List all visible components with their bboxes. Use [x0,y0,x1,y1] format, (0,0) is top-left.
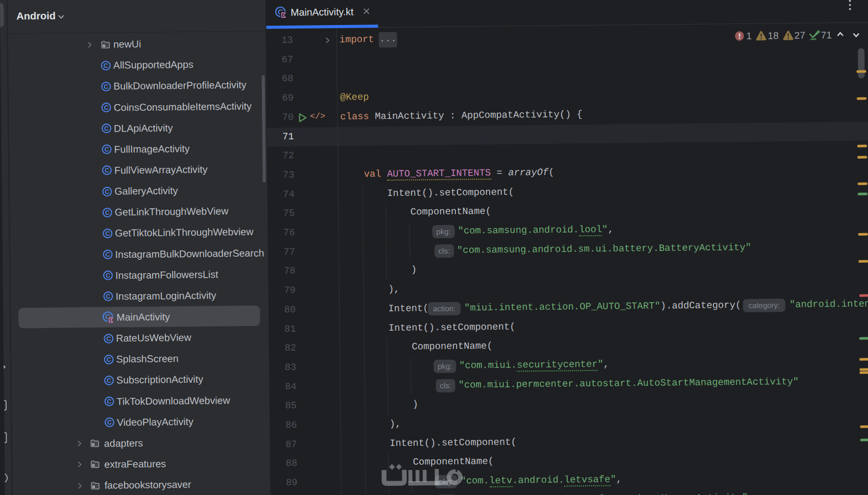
svg-text:C: C [106,377,111,384]
svg-text:C: C [104,104,108,111]
svg-text:C: C [104,146,109,153]
svg-text:C: C [104,83,108,90]
svg-text:C: C [107,398,111,405]
svg-text:C: C [106,356,111,363]
svg-text:C: C [105,272,110,279]
svg-text:C: C [103,62,108,69]
svg-text:C: C [106,335,111,342]
svg-text:C: C [104,167,109,174]
svg-text:C: C [105,209,109,216]
svg-text:C: C [105,188,109,195]
svg-text:C: C [105,230,110,237]
svg-text:C: C [107,419,111,426]
svg-text:C: C [106,293,110,300]
svg-text:C: C [105,251,110,258]
svg-text:C: C [104,125,108,132]
